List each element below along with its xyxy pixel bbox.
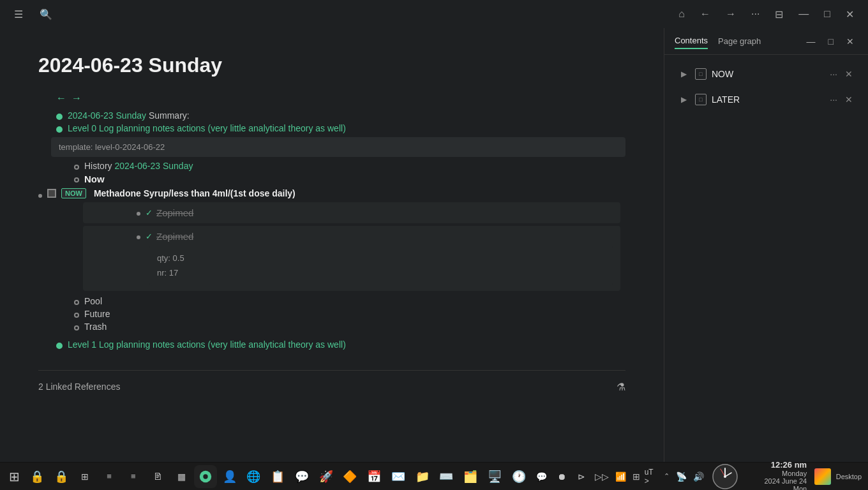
- qty-value: 0.5: [173, 253, 184, 263]
- topbar-right: ⌂ ← → ··· ⊟ — □ ✕: [675, 6, 858, 23]
- sidebar-item-later[interactable]: ▶ □ LATER ··· ✕: [672, 88, 860, 111]
- pool-label: Pool: [84, 296, 102, 306]
- sidebar-page-icon-now: □: [695, 68, 707, 80]
- taskbar-calendar[interactable]: 📅: [363, 465, 385, 488]
- tray-bar[interactable]: ⊳: [573, 468, 591, 486]
- taskbar-lock1[interactable]: 🔒: [26, 465, 49, 488]
- methadone-checkbox[interactable]: [47, 189, 56, 198]
- sidebar-more-now[interactable]: ···: [827, 68, 840, 80]
- now-label: Now: [84, 174, 105, 184]
- maximize-button[interactable]: □: [820, 6, 834, 22]
- future-dot: [74, 313, 79, 318]
- template-text: template: level-0-2024-06-22: [59, 142, 165, 152]
- nr-line: nr: 17: [157, 265, 605, 280]
- minimize-button[interactable]: —: [795, 6, 812, 22]
- ut-label[interactable]: uT >: [645, 468, 660, 486]
- zopimed-dot-2: [137, 235, 140, 239]
- taskbar-person[interactable]: 👤: [218, 465, 241, 488]
- taskbar-grid1[interactable]: ⊞: [73, 465, 96, 488]
- sidebar-maximize-btn[interactable]: □: [825, 34, 837, 49]
- tray-signal: 📶: [613, 471, 628, 482]
- sidebar-expand-later[interactable]: ▶: [677, 93, 690, 106]
- level0-bullet: Level 0 Log planning notes actions (very…: [38, 122, 625, 135]
- now-dot: [74, 177, 79, 182]
- sidebar-item-actions-later: ··· ✕: [827, 93, 855, 106]
- taskbar-grid2[interactable]: ▦: [170, 465, 193, 488]
- sidebar-close-now[interactable]: ✕: [842, 68, 855, 80]
- filter-icon[interactable]: ⚗: [617, 381, 625, 393]
- taskbar: ⊞ 🔒 🔒 ⊞ ≡ ≡ 🖹 ▦ 👤 🌐 📋 💬 🚀 🔶 📅 ✉️ 📁 ⌨️ 🗂️…: [0, 462, 868, 490]
- level1-dot: [56, 343, 63, 349]
- taskbar-file[interactable]: 🖹: [146, 465, 169, 488]
- sidebar-item-now[interactable]: ▶ □ NOW ··· ✕: [672, 63, 860, 85]
- qty-block: qty: 0.5 nr: 17: [149, 246, 613, 286]
- taskbar-filemanager[interactable]: 🗂️: [459, 465, 482, 488]
- close-button[interactable]: ✕: [842, 6, 858, 23]
- taskbar-browser2[interactable]: 🖥️: [483, 465, 506, 488]
- taskbar-keyboard[interactable]: ⌨️: [435, 465, 458, 488]
- taskbar-mail[interactable]: ✉️: [387, 465, 410, 488]
- menu-button[interactable]: ☰: [10, 6, 27, 23]
- summary-date-link[interactable]: 2024-06-23 Sunday: [68, 110, 146, 121]
- taskbar-menu2[interactable]: ≡: [122, 465, 145, 488]
- sidebar-label-later: LATER: [712, 94, 827, 105]
- pool-dot: [74, 300, 79, 305]
- level1-bullet: Level 1 Log planning notes actions (very…: [38, 338, 625, 351]
- level0-dot: [56, 126, 63, 133]
- tray-obs[interactable]: ⏺: [553, 468, 571, 486]
- tray-network[interactable]: 📡: [674, 471, 689, 482]
- taskbar-clock[interactable]: 🕐: [507, 465, 530, 488]
- tab-page-graph[interactable]: Page graph: [718, 34, 761, 48]
- back-button[interactable]: ←: [696, 6, 714, 22]
- sidebar-actions: — □ ✕: [803, 34, 858, 49]
- clock-time: 12:26 nm: [749, 460, 807, 470]
- taskbar-lock2[interactable]: 🔒: [50, 465, 73, 488]
- taskbar-logseq[interactable]: [194, 465, 217, 488]
- desktop-label[interactable]: Desktop: [834, 473, 864, 480]
- svg-point-1: [203, 474, 207, 479]
- start-button[interactable]: ⊞: [4, 466, 24, 487]
- forward-button[interactable]: →: [722, 6, 740, 22]
- linked-refs-count: 2 Linked References: [38, 382, 120, 392]
- history-date-link[interactable]: 2024-06-23 Sunday: [114, 161, 193, 171]
- taskbar-chrome[interactable]: 🌐: [243, 465, 266, 488]
- taskbar-clock: 12:26 nm Monday 2024 June 24 Mon: [744, 460, 812, 490]
- sidebar-minimize-btn[interactable]: —: [803, 34, 819, 49]
- tray-sound[interactable]: 🔊: [691, 471, 706, 482]
- sidebar-close-later[interactable]: ✕: [842, 93, 855, 106]
- taskbar-docs[interactable]: 📋: [266, 465, 289, 488]
- level1-link[interactable]: Level 1 Log planning notes actions (very…: [68, 339, 346, 350]
- sidebar-close-btn[interactable]: ✕: [842, 34, 858, 49]
- level0-link[interactable]: Level 0 Log planning notes actions (very…: [68, 123, 346, 133]
- more-button[interactable]: ···: [747, 6, 763, 22]
- clock-date: 2024 June 24 Mon: [749, 477, 807, 490]
- zopimed-row-1: ✓ Zopimed: [146, 207, 193, 218]
- home-button[interactable]: ⌂: [675, 6, 689, 22]
- tab-contents[interactable]: Contents: [675, 33, 708, 49]
- sidebar-page-icon-later: □: [695, 94, 707, 105]
- methadone-text: Methadone Syrup/less than 4ml/(1st dose …: [94, 188, 296, 198]
- tray-expand[interactable]: ⌃: [662, 472, 671, 480]
- now-bullet: Now: [38, 172, 625, 186]
- taskbar-rocket[interactable]: 🚀: [315, 465, 338, 488]
- future-label: Future: [84, 309, 110, 319]
- taskbar-vlc[interactable]: 🔶: [339, 465, 362, 488]
- zopimed-text-2: Zopimed: [156, 231, 193, 242]
- search-button[interactable]: 🔍: [36, 6, 56, 23]
- sidebar-toggle-button[interactable]: ⊟: [771, 6, 787, 23]
- tray-arrow[interactable]: ▷▷: [593, 468, 611, 486]
- system-tray: 💬 ⏺ ⊳ ▷▷ 📶 ⊞ uT > ⌃ 📡 🔊: [532, 460, 864, 490]
- taskbar-menu1[interactable]: ≡: [98, 465, 121, 488]
- tray-discord[interactable]: 💬: [532, 468, 550, 486]
- nav-forward-arrow[interactable]: →: [71, 93, 82, 104]
- color-swatch[interactable]: [814, 468, 831, 485]
- taskbar-files[interactable]: 📁: [411, 465, 434, 488]
- methadone-row: NOW Methadone Syrup/less than 4ml/(1st d…: [38, 186, 625, 201]
- qty-line: qty: 0.5: [157, 251, 605, 265]
- taskbar-whatsapp[interactable]: 💬: [290, 465, 313, 488]
- sidebar-more-later[interactable]: ···: [827, 93, 840, 106]
- summary-dot: [56, 114, 63, 120]
- trash-bullet: Trash: [38, 320, 625, 333]
- nav-back-arrow[interactable]: ←: [56, 93, 66, 104]
- sidebar-expand-now[interactable]: ▶: [677, 68, 690, 80]
